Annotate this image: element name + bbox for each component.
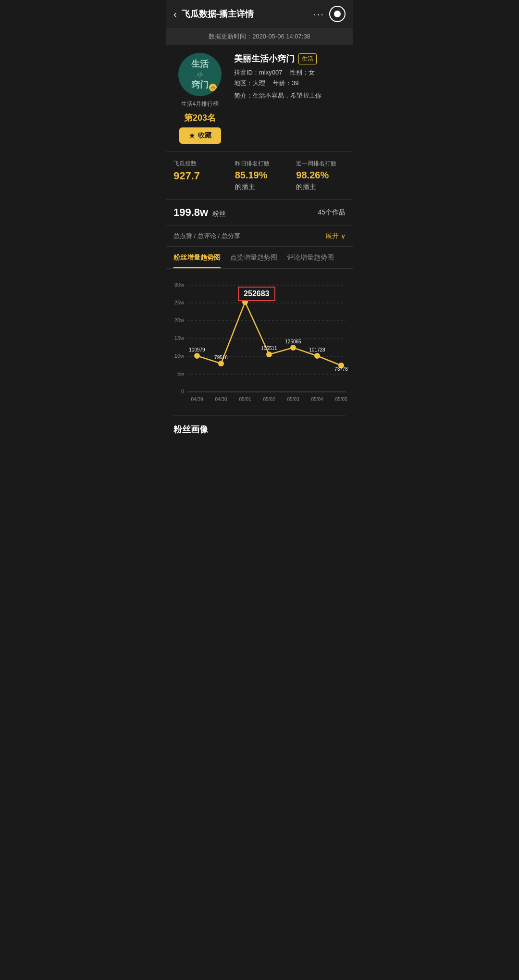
- tab-fans-trend[interactable]: 粉丝增量趋势图: [173, 253, 221, 268]
- week-suffix: 的播主: [296, 183, 316, 191]
- svg-text:79516: 79516: [214, 355, 228, 360]
- feigua-label: 飞瓜指数: [173, 160, 223, 168]
- chevron-down-icon: ∨: [341, 232, 346, 240]
- header-left: ‹ 飞瓜数据-播主详情: [173, 8, 254, 20]
- fans-count: 199.8w: [173, 206, 208, 218]
- profile-left: 生活 小 窍门 小 生活4月排行榜 第203名 ★ 收藏: [173, 53, 226, 144]
- svg-text:15w: 15w: [174, 335, 184, 341]
- avatar-line1: 生活: [191, 59, 209, 70]
- tab-comments-trend[interactable]: 评论增量趋势图: [287, 253, 334, 268]
- app-header: ‹ 飞瓜数据-播主详情 ···: [166, 0, 353, 28]
- record-icon: [334, 11, 341, 17]
- week-ranking: 近一周排名打败 98.26% 的播主: [296, 160, 346, 191]
- svg-text:05/03: 05/03: [287, 397, 299, 402]
- update-time-bar: 数据更新时间：2020-05-06 14:07:38: [166, 28, 353, 45]
- chart-svg: 30w 25w 20w 15w 10w 5w 0: [170, 277, 349, 412]
- collect-button[interactable]: ★ 收藏: [179, 127, 221, 144]
- svg-text:101728: 101728: [309, 347, 325, 352]
- page-title: 飞瓜数据-播主详情: [182, 8, 254, 20]
- svg-text:73778: 73778: [334, 366, 348, 372]
- region: 地区：大理: [234, 79, 265, 88]
- svg-text:0: 0: [181, 389, 184, 394]
- week-value: 98.26%: [296, 170, 329, 181]
- data-point-0: [194, 353, 200, 359]
- svg-text:25w: 25w: [174, 300, 184, 305]
- svg-text:04/29: 04/29: [191, 397, 203, 402]
- douyin-id: 抖音ID：mlxy007: [234, 68, 282, 77]
- name-row: 美丽生活小窍门 生活: [234, 53, 346, 64]
- expand-text: 展开: [325, 232, 339, 240]
- feigua-index: 飞瓜指数 927.7: [173, 160, 229, 191]
- tab-likes-trend[interactable]: 点赞增量趋势图: [230, 253, 277, 268]
- yesterday-ranking: 昨日排名打败 85.19% 的播主: [235, 160, 291, 191]
- profile-section: 生活 小 窍门 小 生活4月排行榜 第203名 ★ 收藏 美丽生活小窍门 生活 …: [166, 45, 353, 152]
- fans-row: 199.8w 粉丝 45个作品: [166, 200, 353, 226]
- stats-row: 飞瓜指数 927.7 昨日排名打败 85.19% 的播主 近一周排名打败 98.…: [166, 152, 353, 200]
- svg-text:05/04: 05/04: [311, 397, 323, 402]
- age: 年龄：39: [273, 79, 298, 88]
- svg-text:20w: 20w: [174, 317, 184, 323]
- data-point-1: [218, 361, 224, 366]
- avatar-line3: 窍门: [191, 80, 209, 90]
- chart-area: 252683 30w 25w 20w 15w 10w 5w 0: [166, 269, 353, 415]
- fans-label: 粉丝: [212, 210, 226, 217]
- yesterday-suffix: 的播主: [235, 183, 255, 191]
- data-point-5: [314, 353, 320, 359]
- collect-label: 收藏: [198, 131, 211, 140]
- avatar-line2: 小: [191, 71, 209, 79]
- rank-label: 生活4月排行榜: [181, 100, 219, 108]
- svg-text:105511: 105511: [261, 346, 277, 351]
- svg-text:5w: 5w: [177, 371, 184, 377]
- chart-tabs: 粉丝增量趋势图 点赞增量趋势图 评论增量趋势图: [166, 247, 353, 269]
- info-row-1: 抖音ID：mlxy007 性别：女: [234, 68, 346, 77]
- bio: 简介：生活不容易，希望帮上你: [234, 91, 346, 100]
- fans-count-container: 199.8w 粉丝: [173, 206, 226, 219]
- svg-text:05/02: 05/02: [263, 397, 275, 402]
- data-point-3: [266, 352, 272, 357]
- streamer-name: 美丽生活小窍门: [234, 53, 295, 64]
- rank-number: 第203名: [184, 112, 216, 124]
- svg-text:05/01: 05/01: [239, 397, 251, 402]
- expand-label: 总点赞 / 总评论 / 总分享: [173, 232, 240, 240]
- update-time-text: 数据更新时间：2020-05-06 14:07:38: [209, 33, 310, 40]
- week-label: 近一周排名打败: [296, 160, 346, 168]
- data-point-4: [290, 345, 296, 351]
- expand-row: 总点赞 / 总评论 / 总分享 展开 ∨: [166, 226, 353, 247]
- svg-text:125065: 125065: [285, 339, 301, 344]
- svg-text:30w: 30w: [174, 282, 184, 288]
- works-count: 45个作品: [318, 208, 346, 217]
- info-row-2: 地区：大理 年龄：39: [234, 79, 346, 88]
- feigua-value: 927.7: [173, 170, 223, 182]
- more-options-button[interactable]: ···: [313, 9, 324, 20]
- svg-text:100979: 100979: [189, 347, 205, 352]
- record-button[interactable]: [329, 6, 346, 22]
- data-point-2: [242, 299, 248, 305]
- avatar-dot-icon: 小: [211, 85, 215, 90]
- svg-text:05/05: 05/05: [335, 397, 347, 402]
- category-tag: 生活: [298, 53, 317, 64]
- star-icon: ★: [189, 132, 195, 139]
- svg-text:10w: 10w: [174, 353, 184, 359]
- yesterday-value: 85.19%: [235, 170, 268, 181]
- line-chart: 252683 30w 25w 20w 15w 10w 5w 0: [170, 277, 349, 412]
- avatar: 生活 小 窍门 小: [178, 53, 222, 96]
- yesterday-label: 昨日排名打败: [235, 160, 284, 168]
- header-right: ···: [313, 6, 346, 22]
- gender: 性别：女: [290, 68, 315, 77]
- svg-text:04/30: 04/30: [215, 397, 227, 402]
- fans-portrait-title: 粉丝画像: [166, 416, 353, 439]
- expand-button[interactable]: 展开 ∨: [325, 232, 346, 240]
- back-button[interactable]: ‹: [173, 9, 177, 20]
- profile-right: 美丽生活小窍门 生活 抖音ID：mlxy007 性别：女 地区：大理 年龄：39…: [234, 53, 346, 144]
